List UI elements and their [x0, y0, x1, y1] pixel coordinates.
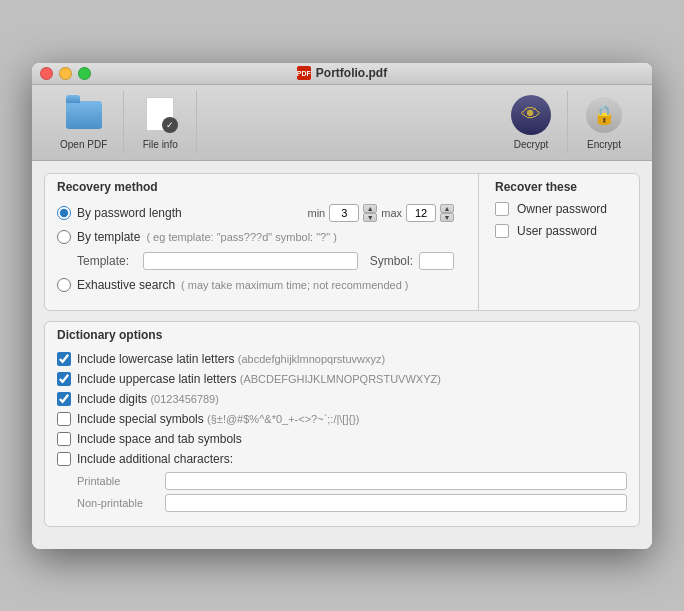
- min-spinner[interactable]: ▲ ▼: [363, 204, 377, 222]
- open-pdf-icon: [64, 95, 104, 135]
- digits-chars: (0123456789): [150, 393, 219, 405]
- maximize-button[interactable]: [78, 67, 91, 80]
- recover-these-section: Recover these Owner password User passwo…: [479, 174, 639, 310]
- special-label: Include special symbols (§±!@#$%^&*0_+-<…: [77, 412, 360, 426]
- space-row: Include space and tab symbols: [57, 432, 627, 446]
- minmax-row: min ▲ ▼ max ▲ ▼: [307, 204, 454, 222]
- digits-label: Include digits (0123456789): [77, 392, 219, 406]
- content: Recovery method By password length min ▲: [32, 161, 652, 549]
- lowercase-label: Include lowercase latin letters (abcdefg…: [77, 352, 385, 366]
- max-label: max: [381, 207, 402, 219]
- recover-left: Recovery method By password length min ▲: [45, 174, 479, 310]
- recover-layout: Recovery method By password length min ▲: [45, 174, 639, 310]
- exhaustive-label: Exhaustive search: [77, 278, 175, 292]
- uppercase-row: Include uppercase latin letters (ABCDEFG…: [57, 372, 627, 386]
- dictionary-options-body: Include lowercase latin letters (abcdefg…: [45, 346, 639, 526]
- space-label: Include space and tab symbols: [77, 432, 242, 446]
- printable-row: Printable: [77, 472, 627, 490]
- file-check-icon: ✓: [162, 117, 178, 133]
- recovery-method-title: Recovery method: [45, 174, 466, 198]
- encrypt-icon: 🔒: [584, 95, 624, 135]
- decrypt-label: Decrypt: [514, 139, 548, 150]
- template-input[interactable]: [143, 252, 358, 270]
- user-password-checkbox[interactable]: [495, 224, 509, 238]
- by-template-label: By template: [77, 230, 140, 244]
- special-chars: (§±!@#$%^&*0_+-<>?~`;:/|\[]{}): [207, 413, 359, 425]
- digits-checkbox[interactable]: [57, 392, 71, 406]
- special-row: Include special symbols (§±!@#$%^&*0_+-<…: [57, 412, 627, 426]
- titlebar: PDF Portfolio.pdf: [32, 63, 652, 85]
- by-password-length-label: By password length: [77, 206, 182, 220]
- pdf-icon: PDF: [297, 66, 311, 80]
- main-window: PDF Portfolio.pdf Open PDF ✓ File info 👁: [32, 63, 652, 549]
- symbol-label: Symbol:: [370, 254, 413, 268]
- lowercase-chars: (abcdefghijklmnopqrstuvwxyz): [238, 353, 385, 365]
- exhaustive-search-radio[interactable]: [57, 278, 71, 292]
- encrypt-label: Encrypt: [587, 139, 621, 150]
- special-checkbox[interactable]: [57, 412, 71, 426]
- min-label: min: [307, 207, 325, 219]
- additional-checkbox[interactable]: [57, 452, 71, 466]
- min-up-button[interactable]: ▲: [363, 204, 377, 213]
- max-down-button[interactable]: ▼: [440, 213, 454, 222]
- uppercase-chars: (ABCDEFGHIJKLMNOPQRSTUVWXYZ): [240, 373, 441, 385]
- window-title: PDF Portfolio.pdf: [297, 66, 387, 80]
- dictionary-options-section: Dictionary options Include lowercase lat…: [44, 321, 640, 527]
- owner-password-checkbox[interactable]: [495, 202, 509, 216]
- nonprintable-input[interactable]: [165, 494, 627, 512]
- file-info-icon: ✓: [140, 95, 180, 135]
- file-info-label: File info: [143, 139, 178, 150]
- nonprintable-row: Non-printable: [77, 494, 627, 512]
- space-checkbox[interactable]: [57, 432, 71, 446]
- open-pdf-button[interactable]: Open PDF: [44, 91, 124, 154]
- decrypt-eye-icon: 👁: [511, 95, 551, 135]
- by-template-row: By template ( eg template: "pass???d" sy…: [57, 230, 454, 244]
- by-template-radio[interactable]: [57, 230, 71, 244]
- lowercase-checkbox[interactable]: [57, 352, 71, 366]
- by-password-length-radio[interactable]: [57, 206, 71, 220]
- lock-icon: 🔒: [586, 97, 622, 133]
- decrypt-icon: 👁: [511, 95, 551, 135]
- owner-password-label: Owner password: [517, 202, 607, 216]
- max-spinner[interactable]: ▲ ▼: [440, 204, 454, 222]
- owner-password-row: Owner password: [495, 202, 639, 216]
- window-controls: [40, 67, 91, 80]
- folder-icon: [66, 101, 102, 129]
- uppercase-checkbox[interactable]: [57, 372, 71, 386]
- uppercase-label: Include uppercase latin letters (ABCDEFG…: [77, 372, 441, 386]
- template-input-row: Template: Symbol:: [77, 252, 454, 270]
- exhaustive-search-row: Exhaustive search ( may take maximum tim…: [57, 278, 454, 292]
- min-down-button[interactable]: ▼: [363, 213, 377, 222]
- by-template-hint: ( eg template: "pass???d" symbol: "?" ): [146, 231, 337, 243]
- printable-label: Printable: [77, 475, 157, 487]
- toolbar: Open PDF ✓ File info 👁 Decrypt 🔒 Encrypt: [32, 85, 652, 161]
- template-label: Template:: [77, 254, 137, 268]
- digits-row: Include digits (0123456789): [57, 392, 627, 406]
- nonprintable-label: Non-printable: [77, 497, 157, 509]
- additional-label: Include additional characters:: [77, 452, 233, 466]
- recover-these-title: Recover these: [495, 174, 639, 202]
- recovery-method-section: Recovery method By password length min ▲: [44, 173, 640, 311]
- symbol-input[interactable]: [419, 252, 454, 270]
- minimize-button[interactable]: [59, 67, 72, 80]
- lowercase-row: Include lowercase latin letters (abcdefg…: [57, 352, 627, 366]
- encrypt-button[interactable]: 🔒 Encrypt: [568, 91, 640, 154]
- additional-row: Include additional characters:: [57, 452, 627, 466]
- dictionary-options-title: Dictionary options: [45, 322, 639, 346]
- open-pdf-label: Open PDF: [60, 139, 107, 150]
- decrypt-button[interactable]: 👁 Decrypt: [495, 91, 568, 154]
- user-password-label: User password: [517, 224, 597, 238]
- printable-input[interactable]: [165, 472, 627, 490]
- close-button[interactable]: [40, 67, 53, 80]
- file-info-button[interactable]: ✓ File info: [124, 91, 197, 154]
- min-value-input[interactable]: [329, 204, 359, 222]
- max-up-button[interactable]: ▲: [440, 204, 454, 213]
- exhaustive-hint: ( may take maximum time; not recommended…: [181, 279, 408, 291]
- recovery-method-body: By password length min ▲ ▼ max: [45, 198, 466, 310]
- user-password-row: User password: [495, 224, 639, 238]
- by-password-length-row: By password length min ▲ ▼ max: [57, 204, 454, 222]
- max-value-input[interactable]: [406, 204, 436, 222]
